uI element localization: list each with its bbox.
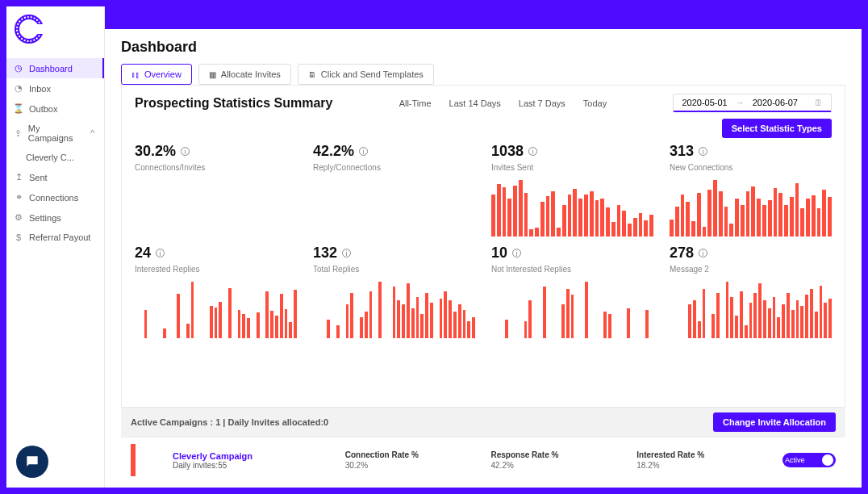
stat-card: 42.2%iReply/Connections [313, 143, 475, 237]
campaigns-icon: ⇪ [13, 128, 23, 139]
stat-value: 24i [135, 245, 297, 262]
campaign-col-response: Response Rate % 42.2% [490, 450, 624, 470]
sent-icon: ↥ [13, 172, 24, 182]
toggle-label: Active [785, 456, 805, 464]
stats-grid: 30.2%iConnections/Invites42.2%iReply/Con… [135, 143, 832, 338]
stat-value: 1038i [491, 143, 653, 160]
info-icon[interactable]: i [699, 249, 707, 257]
stat-card: 30.2%iConnections/Invites [135, 143, 297, 237]
toggle-knob [822, 454, 833, 466]
stat-value: 132i [313, 245, 475, 262]
campaign-info: Cleverly Campaign Daily invites:55 [173, 451, 332, 470]
gear-icon: ⚙ [13, 212, 24, 223]
page-icon: 🗎 [308, 70, 316, 79]
active-campaigns-bar: Active Campaigns : 1 | Daily Invites all… [121, 408, 845, 437]
sidebar-item-my-campaigns[interactable]: ⇪ My Campaigns ^ [6, 119, 104, 148]
change-invite-allocation-button[interactable]: Change Invite Allocation [713, 412, 836, 432]
select-statistic-types-button[interactable]: Select Statistic Types [722, 119, 832, 138]
stat-bar-chart [491, 180, 653, 237]
logo [6, 6, 104, 55]
stat-label: Not Interested Replies [491, 265, 653, 274]
stat-bar-chart [670, 180, 832, 237]
sidebar-item-label: Sent [29, 173, 48, 182]
stat-value: 313i [670, 143, 832, 160]
date-range-picker[interactable]: 2020-05-01 → 2020-06-07 🗓 [673, 94, 832, 112]
date-sep: → [736, 98, 745, 107]
campaign-stripe [131, 444, 136, 476]
sidebar-item-label: Connections [29, 193, 78, 203]
dashboard-icon: ◷ [13, 63, 24, 73]
sidebar-item-label: Dashboard [29, 64, 73, 73]
stat-card: 10iNot Interested Replies [491, 245, 653, 338]
dollar-icon: $ [13, 232, 24, 242]
time-filters: All-Time Last 14 Days Last 7 Days Today [399, 98, 607, 108]
sidebar-item-inbox[interactable]: ◔ Inbox [6, 78, 104, 98]
sidebar: ◷ Dashboard ◔ Inbox ⌛ Outbox ⇪ My Campai… [6, 6, 105, 488]
calendar-icon: 🗓 [814, 98, 823, 107]
stat-value: 42.2%i [313, 143, 475, 160]
info-icon[interactable]: i [181, 147, 190, 156]
info-icon[interactable]: i [528, 147, 537, 156]
filter-last-7[interactable]: Last 7 Days [519, 98, 565, 108]
stat-label: Invites Sent [491, 163, 653, 172]
tab-allocate-invites[interactable]: ▦ Allocate Invites [198, 64, 291, 85]
info-icon[interactable]: i [512, 249, 521, 257]
sidebar-item-outbox[interactable]: ⌛ Outbox [6, 98, 104, 119]
campaign-name[interactable]: Cleverly Campaign [173, 451, 332, 461]
sidebar-item-label: Referral Payout [29, 232, 90, 242]
sidebar-item-dashboard[interactable]: ◷ Dashboard [6, 58, 104, 78]
stat-label: Connections/Invites [135, 163, 297, 172]
filter-last-14[interactable]: Last 14 Days [449, 98, 501, 108]
active-campaigns-text: Active Campaigns : 1 | Daily Invites all… [131, 417, 328, 427]
stat-label: Interested Replies [135, 265, 297, 274]
sidebar-sub-campaign[interactable]: Cleverly C... [6, 148, 104, 167]
info-icon[interactable]: i [156, 249, 165, 257]
stat-value: 278i [670, 245, 832, 262]
tab-label: Allocate Invites [221, 69, 281, 79]
chart-icon: ⫾⫿ [131, 70, 140, 79]
tab-overview[interactable]: ⫾⫿ Overview [121, 64, 192, 85]
campaign-row: Cleverly Campaign Daily invites:55 Conne… [121, 437, 845, 483]
sidebar-item-label: Settings [29, 213, 61, 223]
stat-label: Reply/Connections [313, 163, 475, 172]
stat-card: 1038iInvites Sent [491, 143, 653, 237]
filter-today[interactable]: Today [583, 98, 607, 108]
main: Dashboard ⫾⫿ Overview ▦ Allocate Invites… [105, 6, 862, 488]
stat-card: 24iInterested Replies [135, 245, 297, 338]
campaign-toggle-wrap: Active [782, 453, 836, 467]
sidebar-item-connections[interactable]: ⚭ Connections [6, 187, 104, 207]
info-icon[interactable]: i [359, 147, 368, 156]
stat-card: 132iTotal Replies [313, 245, 475, 338]
chevron-up-icon: ^ [87, 128, 98, 138]
sidebar-item-referral[interactable]: $ Referral Payout [6, 228, 104, 247]
outbox-icon: ⌛ [13, 103, 24, 114]
page-title: Dashboard [121, 39, 845, 56]
tabs: ⫾⫿ Overview ▦ Allocate Invites 🗎 Click a… [121, 64, 845, 86]
sidebar-item-sent[interactable]: ↥ Sent [6, 167, 104, 187]
date-from: 2020-05-01 [682, 98, 727, 107]
sidebar-item-label: My Campaigns [28, 124, 82, 143]
stats-panel: Prospecting Statistics Summary All-Time … [121, 86, 845, 408]
connections-icon: ⚭ [13, 192, 24, 203]
stat-label: New Connections [670, 163, 832, 172]
campaign-active-toggle[interactable]: Active [782, 453, 836, 467]
stat-label: Message 2 [670, 265, 832, 274]
chat-widget[interactable] [16, 446, 48, 478]
stat-bar-chart [313, 282, 475, 338]
campaign-col-interested: Interested Rate % 18.2% [636, 450, 770, 470]
sidebar-item-label: Inbox [29, 84, 51, 94]
svg-rect-2 [35, 24, 44, 34]
date-to: 2020-06-07 [753, 98, 798, 107]
stat-label: Total Replies [313, 265, 475, 274]
stat-card: 313iNew Connections [670, 143, 832, 237]
campaign-daily: Daily invites:55 [173, 461, 332, 470]
chat-icon [24, 454, 40, 470]
top-band [105, 6, 862, 29]
sidebar-item-settings[interactable]: ⚙ Settings [6, 207, 104, 228]
info-icon[interactable]: i [699, 147, 707, 156]
tab-click-send-templates[interactable]: 🗎 Click and Send Templates [298, 64, 434, 85]
info-icon[interactable]: i [342, 249, 351, 257]
logo-icon [13, 13, 45, 45]
filter-all-time[interactable]: All-Time [399, 98, 432, 108]
grid-icon: ▦ [209, 70, 216, 79]
